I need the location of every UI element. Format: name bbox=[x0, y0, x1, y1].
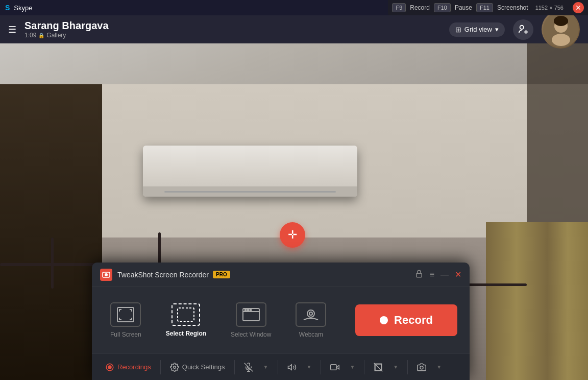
select-region-label: Select Region bbox=[166, 330, 206, 337]
svg-rect-12 bbox=[178, 308, 194, 321]
mute-arrow-icon: ▼ bbox=[393, 364, 398, 370]
speaker-dropdown[interactable]: ▼ bbox=[302, 361, 317, 373]
svg-rect-27 bbox=[331, 364, 336, 370]
recorder-app-icon bbox=[100, 269, 112, 281]
webcam-arrow-icon: ▼ bbox=[350, 364, 355, 370]
recorder-app-name: TweakShot Screen Recorder bbox=[117, 271, 209, 279]
screenshot-bottom-button[interactable] bbox=[412, 360, 431, 375]
add-participant-button[interactable] bbox=[513, 19, 533, 40]
mute-button[interactable] bbox=[369, 360, 388, 375]
microphone-dropdown[interactable]: ▼ bbox=[258, 361, 274, 373]
avatar bbox=[542, 10, 580, 49]
title-bar-title: Skype bbox=[14, 4, 32, 12]
svg-point-17 bbox=[250, 310, 251, 311]
title-bar-left: S Skype bbox=[5, 4, 32, 12]
webcam-bottom-button[interactable] bbox=[325, 360, 345, 375]
chevron-down-icon: ▾ bbox=[495, 26, 499, 33]
move-cursor-icon: ✛ bbox=[280, 222, 305, 248]
svg-marker-26 bbox=[288, 364, 291, 370]
svg-point-5 bbox=[552, 34, 570, 46]
select-region-icon-box bbox=[172, 303, 200, 326]
speaker-arrow-icon: ▼ bbox=[307, 364, 312, 370]
minimize-button[interactable]: — bbox=[440, 270, 449, 279]
svg-point-9 bbox=[105, 273, 108, 276]
f10-key: F10 bbox=[434, 3, 451, 12]
select-window-label: Select Window bbox=[231, 331, 271, 338]
recorder-panel: TweakShot Screen Recorder PRO ≡ — ✕ bbox=[92, 263, 470, 380]
f9-key: F9 bbox=[392, 3, 406, 12]
mode-buttons: Full Screen Select Region bbox=[104, 298, 332, 342]
separator-6 bbox=[407, 360, 408, 374]
quick-settings-button[interactable]: Quick Settings bbox=[165, 360, 230, 375]
pro-badge: PRO bbox=[213, 271, 230, 278]
recorder-bottom-toolbar: Recordings Quick Settings ▼ bbox=[92, 353, 470, 380]
call-duration: 1:09 bbox=[24, 32, 36, 39]
recorder-main: Full Screen Select Region bbox=[92, 287, 470, 353]
gallery-label: Gallery bbox=[46, 32, 66, 39]
dimensions-label: 1152 × 756 bbox=[535, 5, 564, 11]
caller-sub: 1:09 🔒 Gallery bbox=[24, 32, 449, 39]
menu-button[interactable]: ≡ bbox=[430, 270, 434, 279]
grid-view-label: Grid view bbox=[464, 26, 492, 33]
webcam-dropdown[interactable]: ▼ bbox=[345, 361, 360, 373]
hamburger-menu[interactable]: ☰ bbox=[8, 24, 16, 35]
full-screen-icon-box bbox=[110, 302, 141, 327]
select-window-mode[interactable]: Select Window bbox=[225, 298, 277, 342]
quick-settings-label: Quick Settings bbox=[182, 363, 225, 371]
record-label: Record bbox=[410, 4, 430, 11]
separator-5 bbox=[364, 360, 364, 374]
record-button-area: Record bbox=[355, 304, 457, 336]
record-dot bbox=[380, 316, 388, 324]
ac-unit bbox=[143, 146, 357, 197]
recorder-titlebar: TweakShot Screen Recorder PRO ≡ — ✕ bbox=[92, 263, 470, 287]
pause-label: Pause bbox=[455, 4, 472, 11]
separator-4 bbox=[321, 360, 321, 374]
recorder-controls: ≡ — ✕ bbox=[414, 269, 461, 280]
record-button[interactable]: Record bbox=[355, 304, 457, 336]
svg-line-30 bbox=[377, 366, 380, 369]
svg-point-18 bbox=[307, 310, 314, 317]
mute-dropdown[interactable]: ▼ bbox=[388, 361, 403, 373]
webcam-icon-box bbox=[296, 302, 326, 327]
separator-1 bbox=[160, 360, 161, 374]
lock-button[interactable] bbox=[414, 269, 424, 280]
select-region-mode[interactable]: Select Region bbox=[160, 299, 212, 341]
skype-header: ☰ Sarang Bhargava 1:09 🔒 Gallery ⊞ Grid … bbox=[0, 15, 588, 43]
dropdown-arrow-icon: ▼ bbox=[263, 364, 268, 370]
full-screen-label: Full Screen bbox=[110, 331, 141, 338]
rod-v bbox=[51, 238, 54, 289]
microphone-button[interactable] bbox=[239, 360, 258, 375]
svg-point-22 bbox=[174, 366, 176, 368]
record-label: Record bbox=[394, 314, 433, 327]
screenshot-label: Screenshot bbox=[497, 4, 528, 11]
webcam-mode[interactable]: Webcam bbox=[289, 298, 332, 342]
svg-point-16 bbox=[247, 310, 249, 311]
svg-rect-10 bbox=[416, 273, 422, 277]
close-recorder-button[interactable]: ✕ bbox=[455, 270, 461, 279]
lock-icon: 🔒 bbox=[38, 33, 44, 38]
recordings-label: Recordings bbox=[117, 363, 151, 371]
caller-info: Sarang Bhargava 1:09 🔒 Gallery bbox=[24, 20, 449, 39]
svg-point-20 bbox=[108, 366, 111, 369]
svg-point-19 bbox=[309, 312, 312, 315]
grid-view-button[interactable]: ⊞ Grid view ▾ bbox=[449, 22, 505, 37]
full-screen-mode[interactable]: Full Screen bbox=[104, 298, 148, 342]
caller-name: Sarang Bhargava bbox=[24, 20, 449, 32]
svg-point-31 bbox=[420, 366, 423, 369]
select-window-icon-box bbox=[236, 302, 266, 327]
screenshot-arrow-icon: ▼ bbox=[436, 364, 442, 370]
recordings-button[interactable]: Recordings bbox=[100, 360, 156, 375]
separator-2 bbox=[234, 360, 235, 374]
svg-rect-7 bbox=[554, 19, 568, 23]
skype-logo: S bbox=[5, 4, 10, 12]
separator-3 bbox=[278, 360, 278, 374]
f11-key: F11 bbox=[476, 3, 493, 12]
close-button[interactable]: ✕ bbox=[573, 2, 584, 13]
svg-point-0 bbox=[520, 25, 524, 29]
webcam-label: Webcam bbox=[299, 331, 323, 338]
speaker-button[interactable] bbox=[282, 360, 302, 375]
recording-toolbar: F9 Record F10 Pause F11 Screenshot 1152 … bbox=[388, 0, 588, 15]
svg-point-15 bbox=[244, 310, 246, 311]
title-bar: S Skype F9 Record F10 Pause F11 Screensh… bbox=[0, 0, 588, 15]
screenshot-dropdown[interactable]: ▼ bbox=[431, 361, 447, 373]
